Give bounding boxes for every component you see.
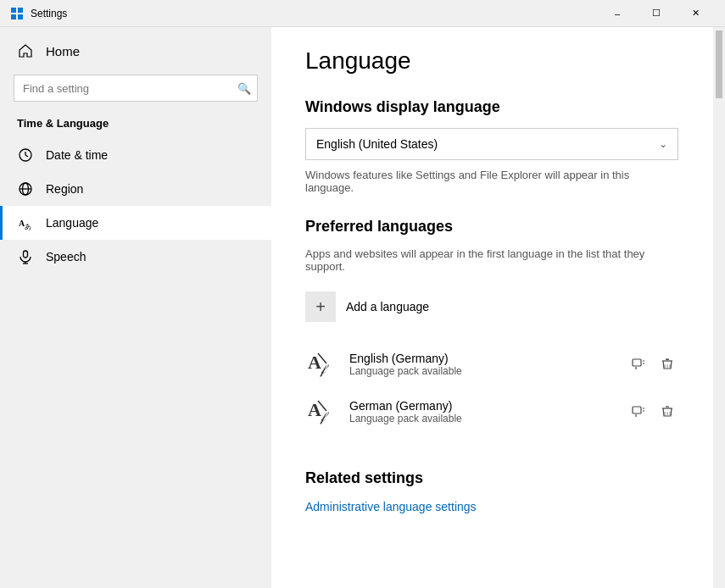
admin-language-link[interactable]: Administrative language settings [305, 500, 477, 513]
lang-remove-button-1[interactable] [655, 400, 679, 424]
svg-rect-0 [11, 8, 16, 13]
lang-name-1: German (Germany) [349, 399, 616, 413]
sidebar-item-home[interactable]: Home [0, 34, 271, 68]
svg-rect-12 [24, 251, 28, 258]
content-area: Language Windows display language Englis… [271, 27, 713, 588]
clock-icon [17, 147, 34, 164]
lang-actions-1 [627, 400, 679, 424]
chevron-down-icon: ⌄ [659, 138, 667, 150]
display-lang-hint: Windows features like Settings and File … [305, 169, 679, 194]
svg-rect-1 [18, 8, 23, 13]
preferred-lang-section-title: Preferred languages [305, 218, 679, 236]
lang-remove-button-0[interactable] [655, 352, 679, 376]
region-label: Region [46, 182, 83, 196]
mic-icon [17, 248, 34, 265]
language-label: Language [46, 216, 98, 230]
svg-rect-27 [633, 407, 641, 413]
title-bar: Settings – ☐ ✕ [0, 0, 725, 27]
sidebar-item-language[interactable]: A あ Language [0, 206, 271, 240]
page-title: Language [305, 47, 679, 75]
related-settings-section: Related settings Administrative language… [305, 469, 679, 514]
scrollbar-track[interactable] [713, 27, 725, 588]
sidebar-item-region[interactable]: Region [0, 172, 271, 206]
svg-text:𝒻: 𝒻 [320, 409, 329, 424]
home-label: Home [46, 44, 80, 58]
display-lang-section-title: Windows display language [305, 98, 679, 116]
maximize-button[interactable]: ☐ [637, 0, 676, 27]
window-controls: – ☐ ✕ [598, 0, 715, 27]
lang-status-0: Language pack available [349, 365, 616, 377]
plus-icon: + [305, 291, 336, 322]
lang-info-0: English (Germany) Language pack availabl… [349, 352, 616, 377]
globe-icon [17, 180, 34, 197]
svg-rect-3 [18, 14, 23, 19]
dropdown-value: English (United States) [316, 137, 438, 151]
svg-text:あ: あ [25, 223, 31, 230]
svg-text:𝒻: 𝒻 [320, 362, 329, 377]
app-body: Home 🔍 Time & Language Date & time [0, 27, 725, 588]
sidebar-section-label: Time & Language [0, 112, 271, 135]
speech-label: Speech [46, 250, 86, 263]
lang-options-button-0[interactable] [627, 352, 650, 376]
svg-rect-2 [11, 14, 16, 19]
scrollbar-thumb[interactable] [716, 31, 722, 98]
lang-info-1: German (Germany) Language pack available [349, 399, 616, 424]
svg-rect-18 [633, 359, 641, 366]
language-item-1: A 𝒻 German (Germany) Language pack avail… [305, 388, 679, 435]
lang-name-0: English (Germany) [349, 352, 616, 365]
lang-icon-1: A 𝒻 [305, 395, 339, 429]
home-icon [17, 42, 34, 59]
app-icon [10, 7, 24, 20]
search-box: 🔍 [14, 75, 258, 102]
display-language-dropdown[interactable]: English (United States) ⌄ [305, 128, 678, 160]
close-button[interactable]: ✕ [676, 0, 715, 27]
sidebar: Home 🔍 Time & Language Date & time [0, 27, 271, 588]
lang-actions-0 [627, 352, 679, 376]
related-settings-title: Related settings [305, 469, 679, 487]
sidebar-item-speech[interactable]: Speech [0, 240, 271, 274]
language-icon: A あ [17, 214, 34, 231]
lang-options-button-1[interactable] [627, 400, 650, 424]
svg-line-6 [25, 155, 28, 157]
preferred-lang-desc: Apps and websites will appear in the fir… [305, 247, 679, 273]
lang-status-1: Language pack available [349, 413, 616, 424]
search-icon: 🔍 [237, 82, 251, 95]
date-time-label: Date & time [46, 148, 108, 162]
search-input[interactable] [14, 75, 258, 102]
language-item-0: A 𝒻 English (Germany) Language pack avai… [305, 341, 679, 388]
add-language-button[interactable]: + Add a language [305, 286, 475, 327]
minimize-button[interactable]: – [598, 0, 637, 27]
sidebar-item-date-time[interactable]: Date & time [0, 138, 271, 172]
add-language-label: Add a language [346, 300, 429, 313]
title-bar-text: Settings [31, 8, 598, 19]
lang-icon-0: A 𝒻 [305, 347, 339, 381]
